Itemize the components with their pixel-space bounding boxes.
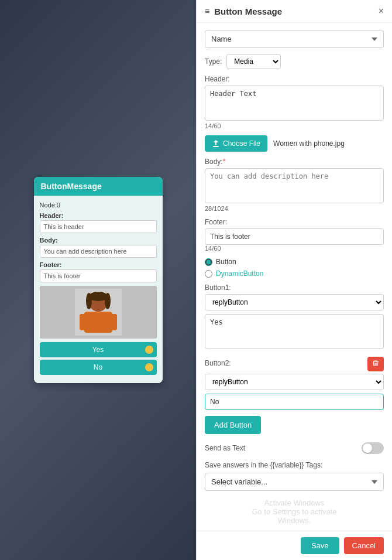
variable-select[interactable]: Select variable... (205, 473, 384, 491)
header-label: Header: (205, 75, 384, 83)
node-button2[interactable]: No (40, 360, 157, 375)
node-body-value: You can add description here (40, 245, 157, 258)
panel-footer: Save Cancel (197, 531, 392, 560)
canvas-area: ▶ ButtonMessage Node:0 Header: This is h… (0, 0, 196, 560)
name-select[interactable]: Name (205, 30, 384, 48)
body-required-marker: * (223, 158, 226, 166)
type-row: Type: Media Text Document Video (205, 54, 384, 69)
node-image-area (40, 286, 157, 339)
node-button1[interactable]: Yes (40, 342, 157, 357)
toggle-knob (363, 443, 372, 453)
node-id: Node:0 (40, 202, 157, 209)
button1-row: replyButton urlButton callButton (205, 294, 384, 310)
node-header-value: This is header (40, 220, 157, 233)
send-as-text-row: Send as Text (205, 442, 384, 454)
header-textarea[interactable]: Header Text (205, 86, 384, 121)
windows-line1: Activate Windows (236, 498, 353, 507)
upload-icon (212, 139, 220, 148)
node-header-label: Header: (40, 212, 157, 219)
panel-close-button[interactable]: × (379, 6, 384, 16)
add-button-btn[interactable]: Add Button (205, 416, 261, 434)
node-card: ▶ ButtonMessage Node:0 Header: This is h… (34, 177, 163, 383)
save-button[interactable]: Save (301, 537, 339, 554)
windows-line2: Go to Settings to activate Windows. (236, 507, 353, 525)
radio-group: Button DynamicButton (205, 258, 384, 278)
footer-char-count: 14/60 (205, 245, 384, 252)
node-footer-value: This is footer (40, 269, 157, 282)
node-btn-dot-1 (145, 346, 153, 354)
button2-label: Button2: (205, 359, 231, 367)
panel-title-area: ≡ Button Message (205, 6, 282, 16)
button2-row: replyButton urlButton callButton (205, 374, 384, 390)
svg-rect-9 (213, 146, 219, 147)
button-radio-option[interactable]: Button (205, 258, 384, 266)
file-name: Women with phone.jpg (273, 139, 345, 148)
svg-point-8 (105, 293, 111, 309)
dynamic-button-radio-label: DynamicButton (216, 269, 263, 278)
trash-icon (372, 360, 379, 367)
svg-rect-4 (80, 314, 89, 330)
body-char-count: 28/1024 (205, 205, 384, 212)
footer-input[interactable] (205, 228, 384, 245)
panel-content: Name Type: Media Text Document Video Hea… (197, 23, 392, 531)
button2-type-select[interactable]: replyButton urlButton callButton (205, 374, 384, 390)
right-panel: ≡ Button Message × Name Type: Media Text… (196, 0, 392, 560)
node-title: ButtonMessage (41, 182, 102, 191)
windows-watermark: Activate Windows Go to Settings to activ… (236, 498, 353, 525)
node-card-body: Node:0 Header: This is header Body: You … (34, 196, 163, 383)
body-textarea[interactable] (205, 168, 384, 203)
node-body-label: Body: (40, 237, 157, 244)
send-as-text-toggle[interactable] (362, 442, 384, 454)
button1-type-select[interactable]: replyButton urlButton callButton (205, 294, 384, 310)
panel-header: ≡ Button Message × (197, 0, 392, 23)
node-btn-dot-2 (145, 363, 153, 371)
hamburger-icon: ≡ (205, 6, 209, 16)
svg-point-7 (86, 293, 92, 309)
type-label: Type: (205, 57, 222, 66)
button1-label: Button1: (205, 284, 384, 292)
node-card-header: ButtonMessage (34, 177, 163, 196)
send-as-text-label: Send as Text (205, 444, 245, 452)
button1-section: Button1: replyButton urlButton callButto… (205, 284, 384, 351)
button2-input[interactable] (205, 394, 384, 410)
button2-section: Button2: replyButton urlButton callButto… (205, 357, 384, 410)
cancel-button[interactable]: Cancel (344, 537, 384, 554)
button-radio-label: Button (216, 258, 236, 266)
button1-textarea[interactable]: Yes (205, 314, 384, 349)
dynamic-button-radio-option[interactable]: DynamicButton (205, 269, 384, 278)
save-answers-label: Save answers in the {{variable}} Tags: (205, 461, 384, 469)
body-label: Body:* (205, 158, 384, 166)
node-footer-label: Footer: (40, 261, 157, 268)
svg-rect-5 (108, 314, 117, 330)
header-char-count: 14/60 (205, 122, 384, 129)
choose-file-row: Choose File Women with phone.jpg (205, 135, 384, 152)
choose-file-button[interactable]: Choose File (205, 135, 267, 152)
button-radio-input[interactable] (205, 258, 212, 266)
dynamic-button-radio-input[interactable] (205, 270, 212, 278)
type-select[interactable]: Media Text Document Video (226, 54, 281, 69)
footer-label: Footer: (205, 218, 384, 226)
panel-title: Button Message (214, 6, 282, 16)
button2-delete-button[interactable] (367, 357, 384, 371)
